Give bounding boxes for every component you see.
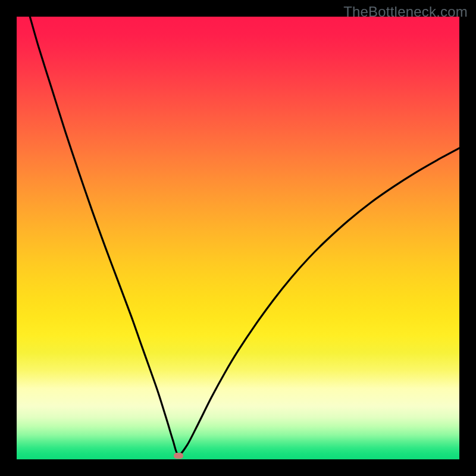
curve-path bbox=[30, 17, 459, 455]
watermark-text: TheBottleneck.com bbox=[343, 4, 468, 20]
bottleneck-curve bbox=[17, 17, 459, 459]
outer-frame: TheBottleneck.com bbox=[0, 0, 476, 476]
plot-area bbox=[17, 17, 459, 459]
optimum-marker bbox=[174, 453, 183, 459]
